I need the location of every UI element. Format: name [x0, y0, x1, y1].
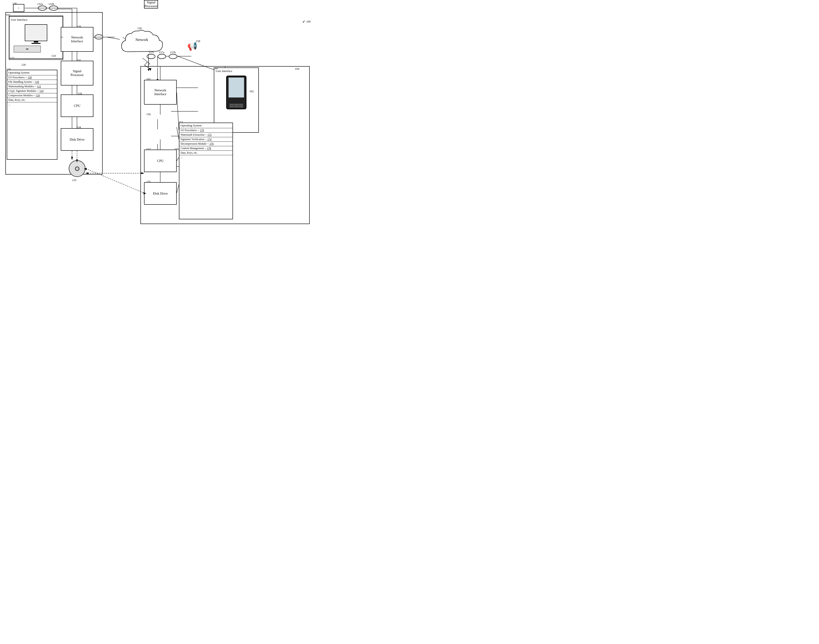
- user-interface-left-label: User Interface: [10, 18, 28, 22]
- ref-135: 135: [72, 178, 77, 182]
- user-interface-left-box: User Interface ⌨: [9, 16, 63, 59]
- os-right-item-4: Content Management -- 178: [179, 146, 232, 150]
- network-interface-right-label: NetworkInterface: [154, 88, 166, 96]
- user-interface-right-label: User Interface: [215, 69, 233, 73]
- ref-122: 122: [10, 56, 14, 60]
- disk-drive-right-box: Disk Drive: [144, 182, 177, 205]
- disc-icon: [69, 160, 86, 177]
- os-right-title: Operating System: [179, 123, 232, 128]
- svg-marker-19: [71, 157, 73, 160]
- os-left-item-4: Compression Modules -- 116: [7, 93, 57, 98]
- svg-line-53: [178, 56, 214, 70]
- os-right-item-3: Decompression Module -- 176: [179, 141, 232, 146]
- svg-line-60: [177, 184, 179, 193]
- network-interface-left-box: NetworkInterface: [61, 27, 94, 52]
- signal-processor-right-box: SignalProcessor: [144, 0, 158, 9]
- ellipse-132b: [49, 6, 58, 11]
- svg-line-58: [177, 127, 179, 140]
- ref-100: ↙ 100: [303, 19, 310, 23]
- cpu-left-label: CPU: [74, 104, 80, 108]
- disk-drive-right-label: Disk Drive: [153, 192, 167, 195]
- signal-processor-left-box: SignalProcessor: [61, 61, 94, 86]
- cpu-left-box: CPU: [61, 95, 94, 117]
- ellipse-157c: [147, 54, 155, 59]
- network-cloud-label: Network: [135, 38, 148, 42]
- os-left-item-0: I/O Procedures -- 118: [7, 75, 57, 80]
- ref-166: 166: [174, 147, 179, 151]
- ref-134: 134: [77, 126, 81, 129]
- svg-line-59: [177, 158, 179, 161]
- ref-155: 155: [146, 180, 151, 184]
- os-left-item-6: ...: [7, 102, 57, 107]
- network-interface-left-label: NetworkInterface: [71, 35, 83, 43]
- os-right-item-5: Data, Keys, etc.: [179, 150, 232, 155]
- svg-line-48: [107, 37, 120, 39]
- svg-line-44: [86, 169, 144, 193]
- ellipse-157a: [158, 54, 166, 59]
- os-left-item-1: File Handling System -- 110: [7, 80, 57, 84]
- ref-128: 128: [77, 25, 81, 28]
- network-cloud: Network: [119, 29, 164, 58]
- ref-116: 116: [77, 58, 81, 62]
- ref-124: 124: [51, 54, 56, 58]
- svg-line-57: [177, 92, 179, 130]
- ref-136: 136: [12, 2, 17, 5]
- ref-118: 118: [78, 92, 82, 95]
- ellipse-157b: [169, 54, 177, 59]
- ellipse-132a: [38, 6, 47, 11]
- svg-marker-21: [141, 172, 144, 174]
- ref-130: 130: [137, 26, 142, 30]
- ref-162: 162: [249, 89, 254, 93]
- os-right-item-6: ...: [179, 155, 232, 159]
- ref-126: 126: [22, 63, 26, 67]
- os-left-title: Operating System: [7, 70, 57, 75]
- ref-157c: 157c: [149, 51, 154, 54]
- cpu-right-label: CPU: [157, 159, 164, 163]
- os-right-box: Operating System I/O Procedures -- 170 W…: [179, 123, 233, 219]
- ref-158: 158: [196, 39, 200, 43]
- ref-132a: 132a: [37, 2, 43, 6]
- ref-132b: 132b: [48, 2, 54, 6]
- svg-marker-22: [85, 172, 88, 174]
- network-interface-right-box: NetworkInterface: [144, 80, 177, 104]
- os-left-item-3: Crypt. Signature Modules -- 114: [7, 89, 57, 93]
- ref-156: 156: [146, 112, 151, 116]
- os-right-item-0: I/O Procedures -- 170: [179, 128, 232, 132]
- ref-120: 120: [6, 67, 11, 71]
- os-left-item-5: Data, Keys, etc.: [7, 98, 57, 102]
- ref-152: 152: [146, 147, 151, 151]
- ref-157b: 157b: [170, 51, 176, 54]
- os-right-item-2: Signature Verification -- 174: [179, 137, 232, 141]
- disk-drive-left-box: Disk Drive: [61, 128, 94, 151]
- cpu-right-box: CPU: [144, 150, 177, 172]
- signal-processor-right-label: SignalProcessor: [144, 0, 158, 8]
- ref-157a: 157a: [159, 51, 164, 54]
- ref-104: 104: [295, 67, 299, 71]
- os-left-item-2: Watermarking Modules -- 112: [7, 84, 57, 89]
- os-right-item-1: Watermark Extraction -- 172: [179, 132, 232, 137]
- connector-ellipse-left: [95, 34, 103, 39]
- ref-153: 153: [178, 120, 183, 124]
- ref-160: 160: [214, 67, 218, 70]
- svg-marker-33: [148, 69, 149, 71]
- os-left-box: Operating System I/O Procedures -- 118 F…: [7, 70, 57, 160]
- ref-165: 165: [146, 77, 151, 81]
- signal-processor-left-label: SignalProcessor: [71, 69, 83, 77]
- speaker-icon: 📢: [187, 41, 197, 51]
- server-icon: ≡: [18, 7, 19, 9]
- disk-drive-left-label: Disk Drive: [69, 138, 85, 141]
